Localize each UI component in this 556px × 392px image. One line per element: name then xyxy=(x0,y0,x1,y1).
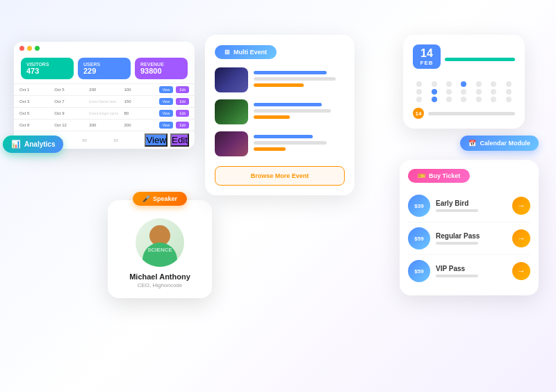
cal-dot xyxy=(476,97,482,102)
view-button[interactable]: View xyxy=(159,122,174,129)
maximize-dot xyxy=(35,46,40,51)
event-info xyxy=(254,71,345,90)
cal-dot xyxy=(446,97,452,102)
view-button[interactable]: View xyxy=(159,98,174,105)
multi-event-card: ⊞ Multi Event Browse More Event xyxy=(205,35,354,195)
avatar-figure: SCIENCE xyxy=(136,218,184,267)
cal-dot xyxy=(506,81,512,87)
event-item xyxy=(215,131,345,156)
edit-button[interactable]: Edit xyxy=(170,133,189,147)
ticket-sub-line xyxy=(436,242,478,245)
edit-button[interactable]: Edit xyxy=(176,122,189,129)
event-subtitle-line xyxy=(254,109,331,113)
calendar-module-badge[interactable]: 📅 Calendar Module xyxy=(460,136,539,151)
ticket-price: $39 xyxy=(408,195,430,217)
ticket-row-regular: $59 Regular Pass → xyxy=(408,222,530,255)
buy-ticket-badge: 🎫 Buy Ticket xyxy=(408,169,470,183)
cal-dot xyxy=(416,81,422,87)
event-item xyxy=(215,99,345,124)
edit-button[interactable]: Edit xyxy=(176,98,189,105)
table-row: Oct 3Oct 7 Event Name here 150 View Edit xyxy=(14,95,195,107)
analytics-card: VISITORS 473 USERS 229 REVENUE 93800 Oct… xyxy=(14,42,195,149)
minimize-dot xyxy=(27,46,32,51)
analytics-badge[interactable]: 📊 Analytics xyxy=(3,136,63,153)
ticket-price: $59 xyxy=(408,227,430,250)
stat-users: USERS 229 xyxy=(78,58,131,79)
cal-dot xyxy=(416,89,422,95)
cal-dot xyxy=(491,89,496,95)
calendar-icon: 📅 xyxy=(468,140,476,147)
ticket-icon: 🎫 xyxy=(418,172,425,179)
ticket-row-early-bird: $39 Early Bird → xyxy=(408,190,530,222)
event-thumbnail xyxy=(215,67,248,92)
event-info xyxy=(254,135,345,154)
speaker-card: 🎤 Speaker SCIENCE Michael Anthony CEO, H… xyxy=(108,200,212,298)
calendar-header: 14 FEB xyxy=(413,44,515,74)
cal-dot xyxy=(476,81,482,87)
event-title-line xyxy=(254,135,313,138)
ticket-name: VIP Pass xyxy=(436,265,507,277)
event-info xyxy=(254,103,345,122)
speaker-name: Michael Anthony xyxy=(116,272,204,281)
event-thumbnail xyxy=(215,131,248,156)
edit-button[interactable]: Edit xyxy=(176,110,189,117)
calendar-bar xyxy=(445,58,515,61)
grid-icon: ⊞ xyxy=(224,49,230,56)
view-button[interactable]: View xyxy=(145,133,167,147)
event-detail-line xyxy=(254,115,290,119)
speaker-badge: 🎤 Speaker xyxy=(133,192,187,206)
calendar-card: 14 FEB 14 xyxy=(403,35,525,129)
event-title-line xyxy=(254,103,322,106)
chart-icon: 📊 xyxy=(11,140,21,149)
cal-dot xyxy=(506,97,512,102)
ticket-sub-line xyxy=(436,209,478,212)
close-dot xyxy=(19,46,24,51)
cal-dot xyxy=(506,89,512,95)
vip-pass-arrow-button[interactable]: → xyxy=(512,262,530,280)
browse-more-button[interactable]: Browse More Event xyxy=(215,166,345,186)
stats-bars: VISITORS 473 USERS 229 REVENUE 93800 xyxy=(14,51,195,83)
regular-pass-arrow-button[interactable]: → xyxy=(512,229,530,247)
event-detail-line xyxy=(254,83,304,87)
cal-dot xyxy=(461,89,466,95)
early-bird-arrow-button[interactable]: → xyxy=(512,197,530,215)
calendar-grid xyxy=(413,81,515,102)
ticket-name: Regular Pass xyxy=(436,232,507,245)
window-controls xyxy=(14,42,195,51)
event-subtitle-line xyxy=(254,141,327,145)
calendar-date-highlight: 14 FEB xyxy=(413,44,441,69)
speaker-icon: 🎤 xyxy=(142,195,150,202)
event-title-line xyxy=(254,71,327,74)
calendar-footer-row: 14 xyxy=(413,108,515,119)
calendar-event-count: 14 xyxy=(413,108,424,119)
event-subtitle-line xyxy=(254,77,336,81)
calendar-footer-line xyxy=(428,112,515,115)
view-button[interactable]: View xyxy=(159,110,174,117)
cal-dot xyxy=(491,97,496,102)
table-row: Oct 8Oct 12 300200 View Edit xyxy=(14,119,195,131)
buy-ticket-card: 🎫 Buy Ticket $39 Early Bird → $59 Regula… xyxy=(400,160,539,295)
ticket-price: $59 xyxy=(408,260,430,282)
edit-button[interactable]: Edit xyxy=(176,86,189,93)
avatar: SCIENCE xyxy=(136,218,184,267)
cal-dot xyxy=(416,97,422,102)
event-detail-line xyxy=(254,147,286,151)
stat-visitors: VISITORS 473 xyxy=(21,58,74,79)
cal-dot xyxy=(432,81,437,87)
ticket-row-vip: $59 VIP Pass → xyxy=(408,255,530,287)
table-row: Oct 5Oct 9 Event longer name 80 View Edi… xyxy=(14,107,195,119)
speaker-title: CEO, Highoncode xyxy=(116,282,204,288)
cal-dot xyxy=(446,81,452,87)
event-thumbnail xyxy=(215,99,248,124)
view-button[interactable]: View xyxy=(159,86,174,93)
cal-dot xyxy=(432,97,437,102)
ticket-name: Early Bird xyxy=(436,199,507,212)
stat-revenue: REVENUE 93800 xyxy=(135,58,188,79)
cal-dot xyxy=(446,89,452,95)
cal-dot xyxy=(476,89,482,95)
cal-dot xyxy=(461,81,466,87)
ticket-sub-line xyxy=(436,275,478,277)
cal-dot xyxy=(461,97,466,102)
cal-dot xyxy=(491,81,496,87)
avatar-body: SCIENCE xyxy=(142,243,177,267)
